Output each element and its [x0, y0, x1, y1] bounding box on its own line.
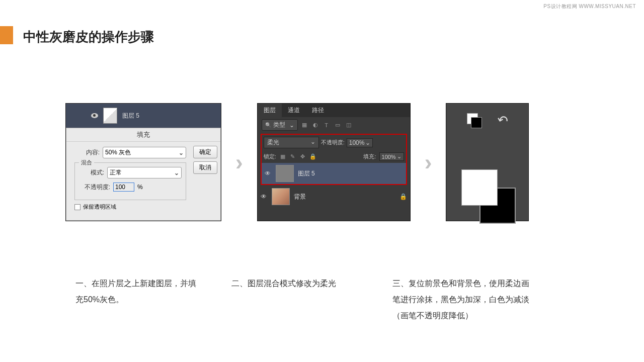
- layer-thumbnail-gray[interactable]: [276, 165, 294, 182]
- eye-icon[interactable]: 👁: [265, 170, 272, 177]
- opacity-label: 不透明度:: [321, 139, 345, 146]
- mode-select[interactable]: 正常: [107, 167, 182, 178]
- content-label: 内容:: [74, 148, 100, 157]
- panel-tabs: 图层 通道 路径: [258, 104, 410, 117]
- fill-value[interactable]: 100%: [379, 152, 404, 161]
- layer-thumbnail-photo[interactable]: [272, 188, 290, 205]
- panels-row: 图层 5 填充 内容: 50% 灰色 混合 模式: 正常: [65, 103, 529, 221]
- filter-smart-icon[interactable]: ◫: [345, 122, 352, 129]
- foreground-white[interactable]: [461, 169, 498, 206]
- content-select[interactable]: 50% 灰色: [103, 147, 186, 158]
- filter-pixel-icon[interactable]: ▦: [301, 122, 308, 129]
- mode-label: 模式:: [79, 168, 104, 177]
- eye-icon[interactable]: 👁: [261, 193, 268, 200]
- checkbox-icon[interactable]: [74, 204, 80, 210]
- caption-2: 二、图层混合模式修改为柔光: [231, 276, 357, 324]
- preserve-checkbox-row[interactable]: 保留透明区域: [74, 203, 186, 211]
- tab-layers[interactable]: 图层: [258, 104, 282, 117]
- blend-legend: 混合: [79, 159, 94, 166]
- tab-channels[interactable]: 通道: [282, 104, 306, 117]
- caption-3: 三、复位前景色和背景色，使用柔边画笔进行涂抹，黑色为加深，白色为减淡（画笔不透明…: [392, 276, 533, 324]
- layer-row-background[interactable]: 👁 背景 🔒: [258, 186, 410, 207]
- filter-type-icon[interactable]: T: [323, 122, 330, 129]
- page-title: 中性灰磨皮的操作步骤: [23, 28, 154, 46]
- opacity-label: 不透明度:: [79, 183, 110, 192]
- watermark: PS设计教程网 WWW.MISSYUAN.NET: [543, 3, 636, 10]
- layer-thumbnail[interactable]: [103, 108, 117, 124]
- highlight-box: 柔光 不透明度: 100% 锁定: ▦ ✎ ✥ 🔒 填充: 100% 👁 图层 …: [261, 134, 407, 185]
- cancel-button[interactable]: 取消: [193, 161, 217, 174]
- color-swatch-panel: ↶: [446, 103, 529, 221]
- opacity-value[interactable]: 100%: [347, 138, 373, 147]
- opacity-unit: %: [137, 184, 143, 191]
- opacity-input[interactable]: 100: [113, 183, 134, 192]
- accent-bar: [0, 26, 13, 44]
- lock-paint-icon[interactable]: ✎: [289, 153, 296, 160]
- preserve-label: 保留透明区域: [83, 203, 116, 211]
- layer-row-selected[interactable]: 👁 图层 5: [262, 163, 406, 184]
- fill-dialog: 填充 内容: 50% 灰色 混合 模式: 正常 不透明度:: [66, 128, 221, 221]
- chevron-right-icon: ›: [425, 150, 432, 175]
- fill-label: 填充:: [363, 153, 376, 160]
- filter-kind-select[interactable]: 类型: [262, 119, 298, 131]
- tab-paths[interactable]: 路径: [306, 104, 330, 117]
- caption-1: 一、在照片层之上新建图层，并填充50%灰色。: [75, 276, 196, 324]
- lock-move-icon[interactable]: ✥: [299, 153, 306, 160]
- lock-icon: 🔒: [399, 193, 407, 200]
- foreground-background-swatch[interactable]: [461, 169, 498, 206]
- swap-colors-icon[interactable]: ↶: [495, 112, 510, 130]
- ok-button[interactable]: 确定: [193, 146, 217, 158]
- dialog-title: 填充: [66, 128, 220, 142]
- layer-name: 图层 5: [298, 169, 315, 178]
- eye-icon[interactable]: [91, 113, 98, 118]
- chevron-right-icon: ›: [235, 150, 243, 175]
- captions: 一、在照片层之上新建图层，并填充50%灰色。 二、图层混合模式修改为柔光 三、复…: [75, 276, 533, 324]
- lock-transparent-icon[interactable]: ▦: [279, 153, 286, 160]
- filter-adjust-icon[interactable]: ◐: [312, 122, 319, 129]
- layer-name: 背景: [294, 193, 306, 201]
- filter-shape-icon[interactable]: ▭: [334, 122, 341, 129]
- layer-name: 图层 5: [122, 112, 139, 120]
- default-colors-icon[interactable]: [467, 113, 482, 128]
- layer-strip: 图层 5: [66, 104, 221, 128]
- lock-all-icon[interactable]: 🔒: [309, 153, 316, 160]
- lock-label: 锁定:: [264, 153, 276, 160]
- layers-panel: 图层 通道 路径 类型 ▦ ◐ T ▭ ◫ 柔光 不透明度: 100% 锁定:: [257, 103, 411, 221]
- fill-dialog-panel: 图层 5 填充 内容: 50% 灰色 混合 模式: 正常: [65, 103, 221, 221]
- blend-mode-select[interactable]: 柔光: [264, 137, 319, 148]
